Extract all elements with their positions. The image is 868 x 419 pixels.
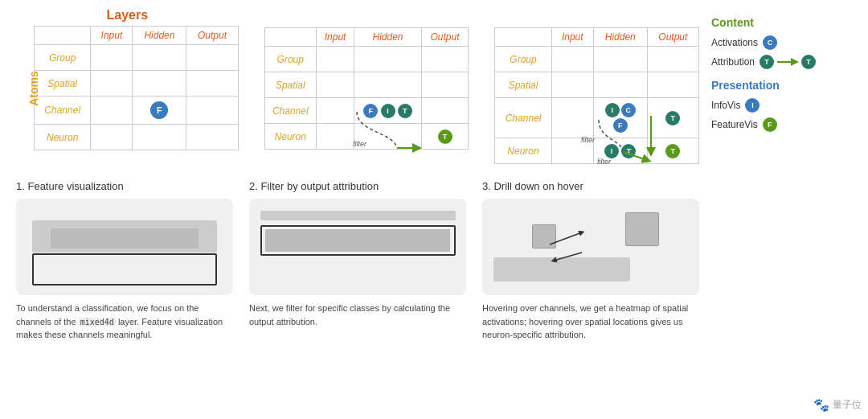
circle-T-ch-3: T [665, 111, 680, 125]
cell-channel-hidden-1: F [133, 97, 186, 125]
cell-group-output [186, 45, 238, 71]
col-hidden-2: Hidden [354, 28, 421, 47]
circle-I-n-3: I [604, 144, 619, 158]
cell-neuron-hidden [133, 125, 186, 150]
infovis-label: InfoVis [711, 100, 740, 111]
layers-title: Layers [107, 8, 149, 22]
cell [316, 47, 354, 72]
row-label-neuron-2: Neuron [264, 124, 316, 150]
cell [551, 98, 593, 138]
cell-neuron-input [91, 125, 133, 150]
circle-T-neuron-2: T [438, 129, 452, 144]
presentation-section: Presentation InfoVis I FeatureVis F [711, 79, 860, 132]
table-row: Channel F I T [264, 98, 469, 124]
row-header-empty-2 [264, 28, 316, 47]
cell [354, 47, 421, 72]
cell-channel-hidden-3: I C F [593, 98, 647, 138]
table-row: Channel I C F [495, 98, 699, 138]
row-label-spatial-3: Spatial [495, 72, 551, 98]
circle-I-3: I [605, 103, 620, 117]
content-attribution: Attribution T T [711, 55, 860, 69]
cell-spatial-output [186, 71, 238, 97]
table-row: Group [495, 47, 699, 72]
circle-C-3: C [621, 103, 636, 117]
cell [647, 72, 698, 98]
circle-F-3: F [613, 118, 628, 133]
cell [593, 72, 647, 98]
cell [354, 124, 421, 150]
grid-table-3: Input Hidden Output Group [494, 27, 699, 164]
step-1-number: 1. [16, 180, 25, 192]
table-row: Spatial [35, 71, 239, 97]
steps-row: 1. Feature visualization To understand a… [16, 180, 699, 342]
diagram-block-2: Input Hidden Output Group [247, 8, 469, 164]
circle-F-1: F [150, 101, 168, 119]
cell-channel-output-3: T [647, 98, 698, 138]
cell-spatial-input [91, 71, 133, 97]
attribution-label: Attribution [711, 56, 755, 68]
step-1-title: 1. Feature visualization [16, 180, 233, 192]
circle-C-content: C [763, 35, 777, 50]
cell-channel-output [186, 97, 238, 125]
attribution-arrow: T T [760, 55, 816, 69]
row-header-empty-3 [495, 28, 551, 47]
step-3-desc: Hovering over channels, we get a heatmap… [482, 302, 699, 342]
step-3-title: 3. Drill down on hover [482, 180, 699, 192]
col-output-2: Output [421, 28, 469, 47]
cell [316, 124, 354, 150]
cell [593, 47, 647, 72]
table-row: Spatial [495, 72, 699, 98]
col-hidden-3: Hidden [593, 28, 647, 47]
step-2-image [249, 199, 466, 295]
circle-T-2: T [398, 104, 412, 118]
col-input-2: Input [316, 28, 354, 47]
table-wrapper-2: Input Hidden Output Group [264, 27, 469, 150]
featurevis-item: FeatureVis F [711, 117, 860, 132]
step-2-number: 2. [249, 180, 258, 192]
cell-neuron-hidden-3: I T [593, 138, 647, 164]
step-3-image [482, 199, 699, 295]
circle-I-2: I [381, 104, 395, 118]
cell-neuron-output-2: T [421, 124, 469, 150]
table-row: Channel F [35, 97, 239, 125]
table-row: Group [264, 47, 469, 72]
circle-T-n-out-3: T [665, 144, 680, 158]
circle-F-pres: F [763, 117, 777, 132]
right-panel: Content Activations C Attribution T [707, 0, 868, 350]
circle-I-pres: I [745, 98, 760, 113]
presentation-title: Presentation [711, 79, 860, 92]
cell-group-hidden [133, 45, 186, 71]
row-label-channel-2: Channel [264, 98, 316, 124]
cell [421, 72, 469, 98]
step-3-number: 3. [482, 180, 491, 192]
step3-svg [493, 208, 689, 285]
watermark-text: 量子位 [833, 398, 862, 412]
row-label-channel: Channel [35, 97, 91, 125]
main-container: Layers Atoms Input Hidden Output [0, 0, 868, 350]
cell-neuron-output [186, 125, 238, 150]
step-3-label: Drill down on hover [493, 180, 583, 192]
diagram-block-1: Layers Atoms Input Hidden Output [16, 8, 239, 164]
circle-T-to: T [801, 55, 816, 69]
grid-table-1: Input Hidden Output Group [34, 26, 239, 150]
grid-table-2: Input Hidden Output Group [264, 27, 469, 150]
cell [551, 138, 593, 164]
circle-T-n-3: T [621, 144, 636, 158]
row-label-group-3: Group [495, 47, 551, 72]
row-label-channel-3: Channel [495, 98, 551, 138]
step-block-3: 3. Drill down on hover [482, 180, 699, 342]
content-activations: Activations C [711, 35, 860, 50]
step-block-1: 1. Feature visualization To understand a… [16, 180, 233, 342]
row-label-spatial-2: Spatial [264, 72, 316, 98]
step-block-2: 2. Filter by output attribution Next, we… [249, 180, 466, 342]
circle-T-from: T [760, 55, 774, 69]
row-label-group-2: Group [264, 47, 316, 72]
step-1-desc: To understand a classification, we focus… [16, 302, 233, 342]
cell [421, 47, 469, 72]
cell [316, 72, 354, 98]
table-row: Neuron T [264, 124, 469, 150]
col-input-3: Input [551, 28, 593, 47]
row-label-neuron: Neuron [35, 125, 91, 150]
infovis-item: InfoVis I [711, 98, 860, 113]
table-row: Spatial [264, 72, 469, 98]
